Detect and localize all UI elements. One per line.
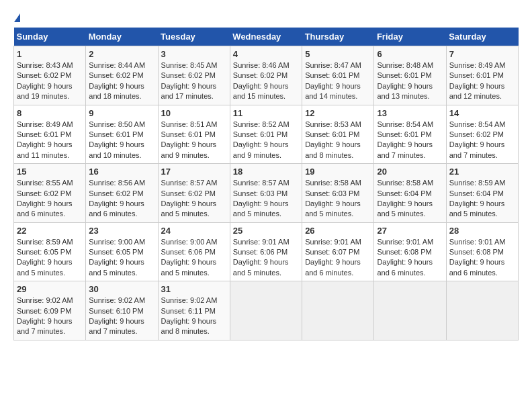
day-info: Sunrise: 8:58 AMSunset: 6:04 PMDaylight:…: [377, 178, 443, 220]
day-info: Sunrise: 8:56 AMSunset: 6:02 PMDaylight:…: [89, 178, 154, 220]
calendar-week-4: 22Sunrise: 8:59 AMSunset: 6:05 PMDayligh…: [14, 222, 519, 281]
calendar-cell: 1Sunrise: 8:43 AMSunset: 6:02 PMDaylight…: [14, 46, 86, 105]
calendar-cell: 29Sunrise: 9:02 AMSunset: 6:09 PMDayligh…: [14, 281, 86, 340]
calendar-cell: 26Sunrise: 9:01 AMSunset: 6:07 PMDayligh…: [302, 222, 374, 281]
day-info: Sunrise: 8:59 AMSunset: 6:05 PMDaylight:…: [17, 237, 83, 279]
calendar-cell: 17Sunrise: 8:57 AMSunset: 6:02 PMDayligh…: [158, 164, 230, 223]
day-info: Sunrise: 9:01 AMSunset: 6:08 PMDaylight:…: [449, 237, 515, 279]
day-number: 20: [377, 167, 443, 177]
day-number: 30: [89, 284, 154, 294]
day-info: Sunrise: 9:02 AMSunset: 6:11 PMDaylight:…: [161, 295, 227, 337]
day-info: Sunrise: 8:52 AMSunset: 6:01 PMDaylight:…: [233, 120, 299, 161]
day-number: 18: [233, 167, 299, 177]
day-number: 25: [233, 226, 299, 236]
calendar-week-5: 29Sunrise: 9:02 AMSunset: 6:09 PMDayligh…: [14, 281, 519, 340]
logo-triangle-icon: [14, 13, 20, 22]
day-number: 12: [305, 108, 371, 118]
calendar-cell: 28Sunrise: 9:01 AMSunset: 6:08 PMDayligh…: [446, 222, 518, 281]
calendar-cell: 7Sunrise: 8:49 AMSunset: 6:01 PMDaylight…: [446, 46, 518, 105]
logo: [13, 13, 20, 21]
calendar-cell: 20Sunrise: 8:58 AMSunset: 6:04 PMDayligh…: [374, 164, 446, 223]
day-number: 2: [89, 49, 154, 59]
calendar-week-1: 1Sunrise: 8:43 AMSunset: 6:02 PMDaylight…: [14, 46, 519, 105]
day-number: 17: [161, 167, 227, 177]
day-info: Sunrise: 8:57 AMSunset: 6:03 PMDaylight:…: [233, 178, 299, 220]
day-info: Sunrise: 9:00 AMSunset: 6:05 PMDaylight:…: [89, 237, 154, 279]
day-info: Sunrise: 8:44 AMSunset: 6:02 PMDaylight:…: [89, 60, 154, 102]
weekday-wednesday: Wednesday: [230, 28, 302, 46]
day-info: Sunrise: 9:02 AMSunset: 6:09 PMDaylight:…: [17, 295, 83, 337]
day-info: Sunrise: 8:53 AMSunset: 6:01 PMDaylight:…: [305, 120, 371, 161]
calendar-cell: [230, 281, 302, 340]
day-info: Sunrise: 8:47 AMSunset: 6:01 PMDaylight:…: [305, 60, 371, 102]
calendar-cell: 3Sunrise: 8:45 AMSunset: 6:02 PMDaylight…: [158, 46, 230, 105]
day-number: 29: [17, 284, 83, 294]
day-info: Sunrise: 9:00 AMSunset: 6:06 PMDaylight:…: [161, 237, 227, 279]
header: [13, 13, 519, 21]
calendar-cell: 8Sunrise: 8:49 AMSunset: 6:01 PMDaylight…: [14, 105, 86, 164]
calendar-week-2: 8Sunrise: 8:49 AMSunset: 6:01 PMDaylight…: [14, 105, 519, 164]
day-info: Sunrise: 8:58 AMSunset: 6:03 PMDaylight:…: [305, 178, 371, 220]
day-info: Sunrise: 8:43 AMSunset: 6:02 PMDaylight:…: [17, 60, 83, 102]
weekday-header-row: SundayMondayTuesdayWednesdayThursdayFrid…: [14, 28, 519, 46]
day-info: Sunrise: 8:51 AMSunset: 6:01 PMDaylight:…: [161, 120, 227, 161]
day-number: 23: [89, 226, 154, 236]
weekday-sunday: Sunday: [14, 28, 86, 46]
weekday-thursday: Thursday: [302, 28, 374, 46]
day-number: 15: [17, 167, 83, 177]
calendar-cell: 5Sunrise: 8:47 AMSunset: 6:01 PMDaylight…: [302, 46, 374, 105]
calendar-cell: 12Sunrise: 8:53 AMSunset: 6:01 PMDayligh…: [302, 105, 374, 164]
day-number: 5: [305, 49, 371, 59]
day-number: 9: [89, 108, 154, 118]
day-info: Sunrise: 8:54 AMSunset: 6:01 PMDaylight:…: [377, 120, 443, 161]
weekday-monday: Monday: [86, 28, 158, 46]
calendar-cell: 4Sunrise: 8:46 AMSunset: 6:02 PMDaylight…: [230, 46, 302, 105]
day-info: Sunrise: 9:02 AMSunset: 6:10 PMDaylight:…: [89, 295, 154, 337]
day-number: 19: [305, 167, 371, 177]
calendar-cell: 25Sunrise: 9:01 AMSunset: 6:06 PMDayligh…: [230, 222, 302, 281]
calendar-cell: 21Sunrise: 8:59 AMSunset: 6:04 PMDayligh…: [446, 164, 518, 223]
day-info: Sunrise: 8:54 AMSunset: 6:02 PMDaylight:…: [449, 120, 515, 161]
calendar-cell: 22Sunrise: 8:59 AMSunset: 6:05 PMDayligh…: [14, 222, 86, 281]
day-number: 24: [161, 226, 227, 236]
calendar-cell: 10Sunrise: 8:51 AMSunset: 6:01 PMDayligh…: [158, 105, 230, 164]
day-number: 8: [17, 108, 83, 118]
calendar-cell: 15Sunrise: 8:55 AMSunset: 6:02 PMDayligh…: [14, 164, 86, 223]
calendar-cell: 11Sunrise: 8:52 AMSunset: 6:01 PMDayligh…: [230, 105, 302, 164]
calendar-cell: [374, 281, 446, 340]
day-number: 27: [377, 226, 443, 236]
day-number: 31: [161, 284, 227, 294]
day-number: 21: [449, 167, 515, 177]
calendar-table: SundayMondayTuesdayWednesdayThursdayFrid…: [13, 28, 519, 340]
day-number: 16: [89, 167, 154, 177]
day-number: 26: [305, 226, 371, 236]
calendar-cell: 13Sunrise: 8:54 AMSunset: 6:01 PMDayligh…: [374, 105, 446, 164]
day-number: 22: [17, 226, 83, 236]
calendar-cell: 31Sunrise: 9:02 AMSunset: 6:11 PMDayligh…: [158, 281, 230, 340]
day-number: 6: [377, 49, 443, 59]
calendar-cell: 2Sunrise: 8:44 AMSunset: 6:02 PMDaylight…: [86, 46, 158, 105]
day-info: Sunrise: 9:01 AMSunset: 6:06 PMDaylight:…: [233, 237, 299, 279]
calendar-cell: 9Sunrise: 8:50 AMSunset: 6:01 PMDaylight…: [86, 105, 158, 164]
day-info: Sunrise: 8:45 AMSunset: 6:02 PMDaylight:…: [161, 60, 227, 102]
day-number: 28: [449, 226, 515, 236]
day-info: Sunrise: 8:57 AMSunset: 6:02 PMDaylight:…: [161, 178, 227, 220]
day-info: Sunrise: 8:48 AMSunset: 6:01 PMDaylight:…: [377, 60, 443, 102]
day-number: 1: [17, 49, 83, 59]
weekday-friday: Friday: [374, 28, 446, 46]
calendar-cell: 18Sunrise: 8:57 AMSunset: 6:03 PMDayligh…: [230, 164, 302, 223]
calendar-week-3: 15Sunrise: 8:55 AMSunset: 6:02 PMDayligh…: [14, 164, 519, 223]
day-number: 10: [161, 108, 227, 118]
calendar-cell: 30Sunrise: 9:02 AMSunset: 6:10 PMDayligh…: [86, 281, 158, 340]
calendar-cell: 6Sunrise: 8:48 AMSunset: 6:01 PMDaylight…: [374, 46, 446, 105]
calendar-cell: 14Sunrise: 8:54 AMSunset: 6:02 PMDayligh…: [446, 105, 518, 164]
day-number: 14: [449, 108, 515, 118]
day-number: 13: [377, 108, 443, 118]
calendar-cell: 16Sunrise: 8:56 AMSunset: 6:02 PMDayligh…: [86, 164, 158, 223]
weekday-saturday: Saturday: [446, 28, 518, 46]
day-number: 3: [161, 49, 227, 59]
calendar-cell: 27Sunrise: 9:01 AMSunset: 6:08 PMDayligh…: [374, 222, 446, 281]
calendar-cell: [302, 281, 374, 340]
day-info: Sunrise: 9:01 AMSunset: 6:08 PMDaylight:…: [377, 237, 443, 279]
weekday-tuesday: Tuesday: [158, 28, 230, 46]
